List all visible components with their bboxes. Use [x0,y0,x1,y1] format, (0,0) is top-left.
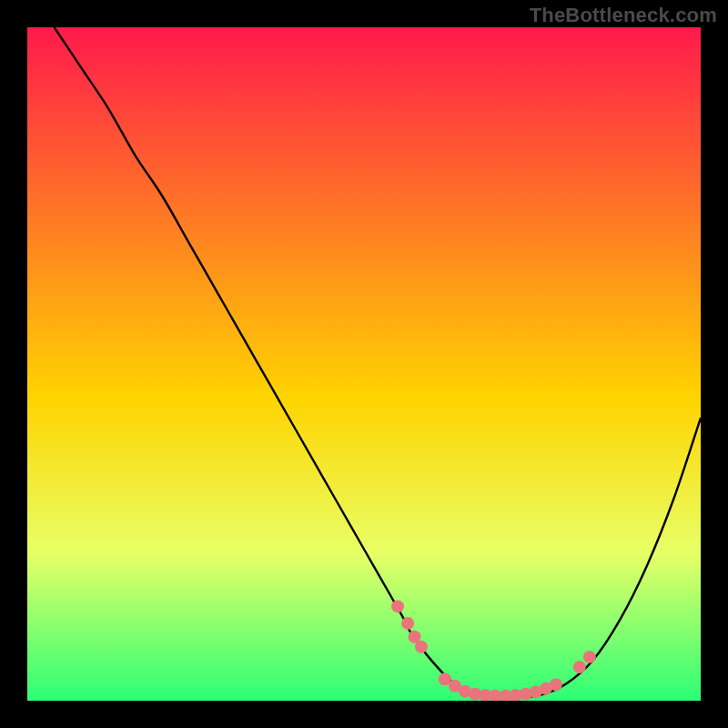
marker-dot [573,661,586,673]
watermark-text: TheBottleneck.com [530,4,717,27]
chart-stage: TheBottleneck.com [0,0,728,728]
marker-dot [401,617,414,630]
marker-dot [391,600,404,612]
marker-dot [415,641,428,653]
chart-svg [27,27,701,701]
marker-dot [550,678,562,691]
plot-area [27,27,701,701]
marker-dot [583,651,596,663]
gradient-background [27,27,701,701]
